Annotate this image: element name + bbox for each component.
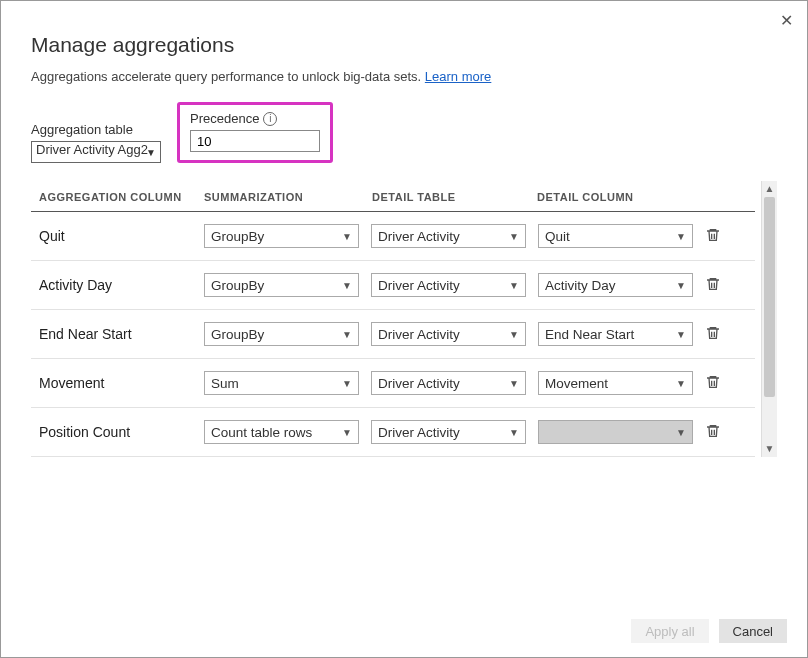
chevron-down-icon: ▼ [342, 427, 352, 438]
detail-column-select[interactable]: Activity Day▼ [538, 273, 693, 297]
manage-aggregations-dialog: Manage aggregations Aggregations acceler… [1, 1, 807, 457]
table-row: Position CountCount table rows▼Driver Ac… [31, 408, 755, 457]
table-row: MovementSum▼Driver Activity▼Movement▼ [31, 359, 755, 408]
summarization-select[interactable]: Sum▼ [204, 371, 359, 395]
detail-table-select[interactable]: Driver Activity▼ [371, 273, 526, 297]
precedence-input[interactable] [190, 130, 320, 152]
header-summarization: SUMMARIZATION [204, 191, 372, 203]
detail-table-select[interactable]: Driver Activity▼ [371, 420, 526, 444]
delete-icon[interactable] [705, 374, 723, 392]
scroll-down-icon[interactable]: ▼ [762, 441, 777, 457]
table-row: QuitGroupBy▼Driver Activity▼Quit▼ [31, 212, 755, 261]
detail-column-select[interactable]: Movement▼ [538, 371, 693, 395]
aggregation-table-select[interactable]: Driver Activity Agg2 ▼ [31, 141, 161, 163]
chevron-down-icon: ▼ [342, 378, 352, 389]
precedence-highlight-box: Precedence i [177, 102, 333, 163]
scrollbar[interactable]: ▲ ▼ [761, 181, 777, 457]
aggregation-column-name: Movement [39, 375, 204, 391]
delete-icon[interactable] [705, 423, 723, 441]
chevron-down-icon: ▼ [676, 378, 686, 389]
chevron-down-icon: ▼ [509, 280, 519, 291]
close-icon[interactable]: ✕ [780, 11, 793, 30]
precedence-label: Precedence [190, 111, 259, 126]
chevron-down-icon: ▼ [676, 427, 686, 438]
chevron-down-icon: ▼ [676, 329, 686, 340]
apply-all-button[interactable]: Apply all [631, 619, 708, 643]
summarization-select[interactable]: GroupBy▼ [204, 224, 359, 248]
header-detail-column: DETAIL COLUMN [537, 191, 697, 203]
detail-table-select[interactable]: Driver Activity▼ [371, 224, 526, 248]
cancel-button[interactable]: Cancel [719, 619, 787, 643]
delete-icon[interactable] [705, 227, 723, 245]
chevron-down-icon: ▼ [509, 329, 519, 340]
header-aggregation-column: AGGREGATION COLUMN [39, 191, 204, 203]
detail-column-select: ▼ [538, 420, 693, 444]
delete-icon[interactable] [705, 325, 723, 343]
summarization-select[interactable]: GroupBy▼ [204, 322, 359, 346]
scroll-up-icon[interactable]: ▲ [762, 181, 777, 197]
aggregation-column-name: Activity Day [39, 277, 204, 293]
chevron-down-icon: ▼ [342, 231, 352, 242]
aggregation-column-name: End Near Start [39, 326, 204, 342]
aggregation-column-name: Position Count [39, 424, 204, 440]
table-row: End Near StartGroupBy▼Driver Activity▼En… [31, 310, 755, 359]
aggregation-column-name: Quit [39, 228, 204, 244]
summarization-select[interactable]: Count table rows▼ [204, 420, 359, 444]
chevron-down-icon: ▼ [342, 280, 352, 291]
summarization-select[interactable]: GroupBy▼ [204, 273, 359, 297]
header-detail-table: DETAIL TABLE [372, 191, 537, 203]
chevron-down-icon: ▼ [509, 427, 519, 438]
table-row: Activity DayGroupBy▼Driver Activity▼Acti… [31, 261, 755, 310]
chevron-down-icon: ▼ [146, 147, 156, 158]
aggregations-table: AGGREGATION COLUMN SUMMARIZATION DETAIL … [31, 181, 755, 457]
aggregation-table-label: Aggregation table [31, 122, 161, 137]
chevron-down-icon: ▼ [509, 378, 519, 389]
delete-icon[interactable] [705, 276, 723, 294]
scroll-thumb[interactable] [764, 197, 775, 397]
subtitle-text: Aggregations accelerate query performanc… [31, 69, 425, 84]
detail-column-select[interactable]: End Near Start▼ [538, 322, 693, 346]
info-icon[interactable]: i [263, 112, 277, 126]
chevron-down-icon: ▼ [342, 329, 352, 340]
dialog-subtitle: Aggregations accelerate query performanc… [31, 69, 777, 84]
chevron-down-icon: ▼ [676, 280, 686, 291]
detail-table-select[interactable]: Driver Activity▼ [371, 322, 526, 346]
chevron-down-icon: ▼ [676, 231, 686, 242]
detail-column-select[interactable]: Quit▼ [538, 224, 693, 248]
chevron-down-icon: ▼ [509, 231, 519, 242]
learn-more-link[interactable]: Learn more [425, 69, 491, 84]
aggregation-table-value: Driver Activity Agg2 [36, 142, 148, 157]
dialog-title: Manage aggregations [31, 33, 777, 57]
detail-table-select[interactable]: Driver Activity▼ [371, 371, 526, 395]
